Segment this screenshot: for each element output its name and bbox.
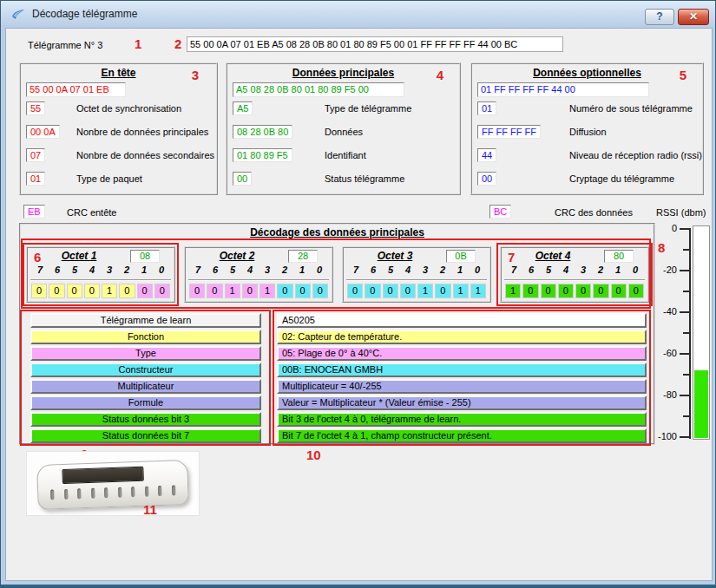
table-row-value-0: A50205 (277, 313, 647, 328)
table-row-value-3: 00B: ENOCEAN GMBH (277, 363, 647, 377)
bit-number: 1 (609, 265, 627, 275)
header-row-value[interactable]: 55 (26, 101, 45, 115)
rssi-tick-label: -40 (644, 306, 677, 317)
main-row-value[interactable]: 00 (233, 172, 252, 186)
bit-cell: 0 (49, 284, 64, 298)
help-button[interactable]: ? (645, 9, 674, 25)
bit-cell: 0 (295, 284, 311, 298)
principales-rows: A5Type de télégramme08 28 0B 80Données01… (227, 101, 459, 195)
bit-cell: 0 (31, 284, 47, 298)
octet-row: 6Octet 1087654321000001000Octet 22876543… (26, 246, 649, 303)
table-row-value-1: 02: Capteur de température. (277, 330, 647, 344)
bit-cell: 0 (365, 284, 380, 298)
octet-hex-field[interactable]: 80 (604, 250, 634, 263)
optional-row-3: 00Cryptage du télégramme (472, 172, 702, 195)
bit-cells: 00001011 (347, 284, 486, 298)
group-principales-title: Données principales (227, 67, 459, 79)
optional-row-value[interactable]: 00 (477, 172, 496, 186)
main-row-value[interactable]: A5 (233, 101, 253, 115)
vent-slot (145, 487, 148, 497)
principales-hex-field[interactable]: A5 08 28 0B 80 01 80 89 F5 00 (233, 82, 404, 97)
bit-cell: 1 (102, 284, 117, 298)
optional-row-label: Cryptage du télégramme (569, 173, 674, 184)
bit-number: 1 (293, 265, 311, 275)
octet-hex-field[interactable]: 28 (288, 250, 318, 263)
bit-cell: 0 (137, 284, 153, 298)
entete-hex-field[interactable]: 55 00 0A 07 01 EB (26, 82, 126, 97)
octet-box-2: Octet 2287654321000101000 (184, 246, 333, 303)
bit-number: 0 (627, 265, 644, 275)
vent-slot (131, 487, 135, 497)
octet-hex-field[interactable]: 0B (446, 250, 476, 263)
app-window: Décodage télégramme ? ✕ Télégramme N° 3 … (0, 0, 716, 588)
rssi-major-tick (680, 270, 689, 271)
rssi-major-tick (680, 311, 689, 313)
header-row-value[interactable]: 07 (26, 148, 45, 162)
main-row-label: Données (325, 127, 363, 137)
telegram-raw-input[interactable] (187, 36, 563, 52)
table-row-value-7: Bit 7 de l'octet 4 à 1, champ constructe… (277, 428, 647, 443)
header-row-0: 55Octet de synchronisation (21, 101, 216, 125)
annotation-8: 8 (658, 242, 665, 254)
bit-number: 6 (522, 265, 540, 275)
bit-number: 0 (311, 265, 328, 275)
entete-rows: 55Octet de synchronisation00 0ANonbre de… (21, 101, 216, 195)
table-row-label-0: Télégramme de learn (30, 313, 261, 328)
bit-number: 5 (224, 265, 241, 275)
bit-cell: 0 (207, 284, 222, 298)
header-row-value[interactable]: 01 (26, 172, 45, 186)
bit-cell: 0 (558, 284, 574, 298)
app-icon (11, 8, 25, 22)
bit-number: 3 (575, 265, 592, 275)
rssi-major-tick (680, 353, 689, 355)
optional-row-label: Diffusion (569, 127, 607, 137)
bit-numbers: 76543210 (189, 265, 328, 275)
vent-slot (50, 489, 54, 500)
bit-number: 7 (347, 265, 365, 275)
main-row-3: 00Status télégramme (227, 172, 459, 195)
close-button[interactable]: ✕ (678, 9, 709, 25)
rssi-major-tick (680, 436, 689, 438)
bit-cell: 0 (575, 284, 591, 298)
vent-slots (50, 485, 175, 500)
optionnelles-rows: 01Numéro de sous télégrammeFF FF FF FFDi… (472, 101, 702, 195)
bit-cell: 1 (225, 284, 240, 298)
bit-number: 4 (557, 265, 575, 275)
bit-number: 2 (434, 265, 451, 275)
decode-table-values: A5020502: Capteur de température.05: Pla… (277, 313, 647, 443)
optional-row-value[interactable]: 01 (477, 101, 496, 115)
optionnelles-hex-field[interactable]: 01 FF FF FF FF 44 00 (477, 82, 649, 97)
table-row-label-2: Type (30, 346, 261, 361)
table-row-label-6: Status données bit 3 (30, 412, 261, 427)
vent-slot (172, 485, 175, 495)
table-row-label-7: Status données bit 7 (30, 428, 261, 443)
main-row-label: Status télégramme (325, 173, 404, 184)
header-row-label: Nonbre de données principales (76, 127, 208, 137)
annotation-1: 1 (135, 38, 141, 50)
table-row-label-3: Constructeur (30, 363, 261, 377)
optional-row-value[interactable]: 44 (477, 148, 496, 162)
main-row-label: Identifiant (325, 150, 366, 160)
header-row-value[interactable]: 00 0A (26, 125, 60, 139)
octet-hex-field[interactable]: 08 (130, 250, 160, 263)
main-row-value[interactable]: 01 80 89 F5 (233, 148, 292, 162)
bit-cell: 0 (189, 284, 205, 298)
optional-row-2: 44Niveau de réception radio (rssi) (472, 148, 702, 172)
bit-number: 7 (505, 265, 522, 275)
bit-cell: 0 (347, 284, 363, 298)
bit-cells: 10000000 (505, 284, 644, 298)
main-row-value[interactable]: 08 28 0B 80 (233, 125, 292, 139)
octet-divider (346, 279, 487, 281)
bit-numbers: 76543210 (505, 265, 644, 275)
optional-row-label: Niveau de réception radio (rssi) (569, 150, 702, 160)
bit-cell: 0 (67, 284, 82, 298)
titlebar[interactable]: Décodage télégramme ? ✕ (1, 1, 715, 28)
octet-label: Octet 4 (502, 250, 604, 262)
octet-label: Octet 2 (186, 250, 288, 262)
optional-row-label: Numéro de sous télégramme (569, 103, 693, 114)
main-row-label: Type de télégramme (325, 103, 411, 114)
bit-numbers: 76543210 (31, 265, 170, 275)
optional-row-value[interactable]: FF FF FF FF (477, 125, 541, 139)
sensor-body (36, 460, 189, 510)
annotation-2: 2 (174, 38, 181, 50)
